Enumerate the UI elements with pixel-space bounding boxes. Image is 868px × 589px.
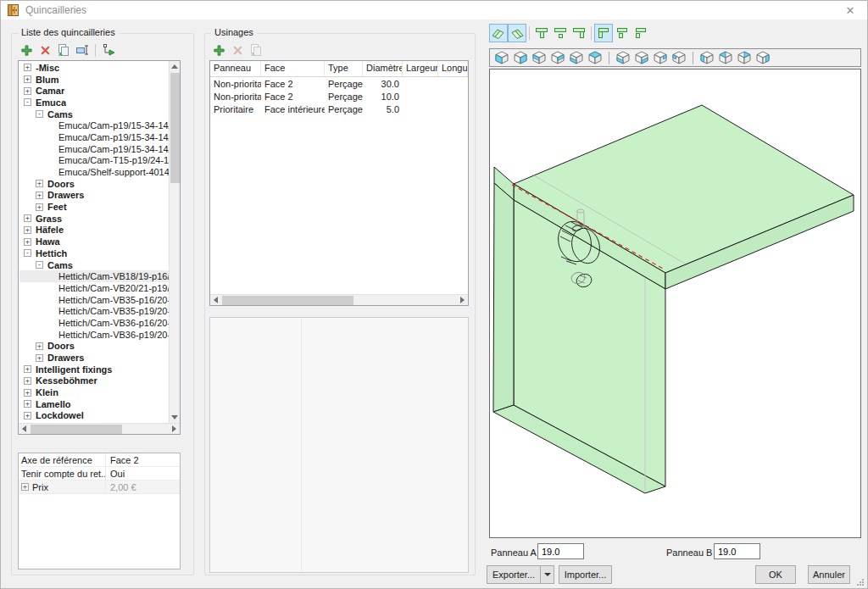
tree-item[interactable]: +Hawa	[19, 236, 169, 247]
expand-icon[interactable]: +	[24, 238, 31, 246]
add-button[interactable]	[19, 42, 34, 58]
ok-button[interactable]: OK	[755, 565, 796, 584]
expand-icon[interactable]: +	[21, 483, 29, 491]
table-hscroll-thumb[interactable]	[222, 296, 353, 305]
joint-corner-a-button[interactable]	[594, 24, 613, 42]
tree-item[interactable]: Hettich/Cam-VB36-p19/20-10/	[19, 329, 169, 341]
tree-item[interactable]: +Drawers	[19, 190, 169, 202]
tree-item[interactable]: +Kesseböhmer	[19, 375, 169, 387]
column-header[interactable]: Type	[325, 61, 363, 76]
expand-icon[interactable]: +	[24, 64, 31, 71]
tree-vscroll-thumb[interactable]	[170, 73, 180, 183]
panel-a-input[interactable]	[537, 543, 584, 559]
cube-corner-tr2-button[interactable]	[651, 50, 670, 66]
scroll-left-icon[interactable]	[214, 297, 218, 303]
collapse-icon[interactable]: -	[36, 110, 43, 118]
joint-tee-c-button[interactable]	[570, 24, 588, 42]
tree-item[interactable]: Emuca/Cam-p19/15-34-14/int	[19, 143, 169, 155]
joint-tee-a-button[interactable]	[532, 24, 551, 42]
property-value[interactable]: Face 2	[106, 455, 180, 465]
scroll-right-icon[interactable]	[172, 425, 176, 432]
expand-icon[interactable]: +	[36, 180, 43, 187]
collapse-icon[interactable]: -	[36, 261, 43, 269]
tree-hscroll-thumb[interactable]	[31, 425, 122, 434]
tree-item[interactable]: +-Misc	[19, 62, 169, 74]
export-dropdown-button[interactable]	[540, 565, 554, 584]
tree-vscrollbar[interactable]	[169, 61, 180, 423]
cube-corner-tl-button[interactable]	[530, 50, 548, 66]
expand-icon[interactable]: +	[24, 365, 31, 373]
joint-tee-b-button[interactable]	[551, 24, 570, 42]
tree-item[interactable]: +Camar	[19, 85, 169, 97]
joint-miter-b-button[interactable]	[508, 24, 526, 42]
column-header[interactable]: Face	[261, 61, 325, 76]
cube-corner-tl2-button[interactable]	[670, 50, 688, 66]
tree-item[interactable]: +Lockdowel	[19, 410, 169, 422]
tree-item[interactable]: Emuca/Cam-T15-p19/24-15/in	[19, 155, 169, 167]
tree-item[interactable]: +Klein	[19, 386, 169, 398]
scroll-left-icon[interactable]	[22, 425, 26, 432]
3d-viewport[interactable]	[489, 69, 861, 538]
hardware-tree[interactable]: +-Misc+Blum+Camar-Emuca-CamsEmuca/Cam-p1…	[18, 60, 181, 435]
rename-button[interactable]	[75, 42, 90, 58]
expand-icon[interactable]: +	[24, 389, 31, 397]
tree-item[interactable]: -Cams	[19, 259, 169, 271]
cube-tri-a-button[interactable]	[716, 50, 735, 66]
tree-item[interactable]: Hettich/Cam-VB18/19-p16/30-	[19, 270, 169, 282]
expand-icon[interactable]: +	[24, 87, 31, 95]
expand-icon[interactable]: +	[24, 226, 31, 234]
tree-item[interactable]: Hettich/Cam-VB20/21-p19/30-	[19, 282, 169, 294]
column-header[interactable]: Longue	[438, 61, 468, 76]
usinages-table[interactable]: PanneauFaceTypeDiamètreLargeurLongue Non…	[209, 60, 469, 306]
tree-item[interactable]: Emuca/Cam-p19/15-34-14/2x-	[19, 131, 169, 143]
expand-icon[interactable]: +	[36, 203, 43, 211]
tree-item[interactable]: +Lamello	[19, 398, 169, 410]
column-header[interactable]: Largeur	[403, 61, 438, 76]
tree-item[interactable]: Emuca/Shelf-support-4014620	[19, 166, 169, 178]
table-hscrollbar[interactable]	[210, 294, 468, 305]
expand-icon[interactable]: +	[36, 192, 43, 199]
delete-button[interactable]	[37, 42, 53, 58]
resize-grip[interactable]	[856, 578, 865, 586]
tree-item[interactable]: Hettich/Cam-VB35-p19/20-00/	[19, 305, 169, 317]
expand-icon[interactable]: +	[24, 400, 31, 408]
tree-hscrollbar[interactable]	[19, 423, 180, 434]
copy-button[interactable]	[248, 42, 264, 58]
tree-item[interactable]: +Grass	[19, 213, 169, 225]
expand-icon[interactable]: +	[24, 214, 31, 222]
tree-item[interactable]: -Hettich	[19, 247, 169, 259]
tree-item[interactable]: +Intelligent fixings	[19, 364, 169, 375]
table-row[interactable]: Non-prioritaireFace 2Perçage10.0	[210, 90, 468, 103]
tree-item[interactable]: +Doors	[19, 341, 169, 353]
tree-item[interactable]: -Cams	[19, 108, 169, 120]
delete-button[interactable]	[230, 42, 245, 58]
scroll-up-icon[interactable]	[171, 64, 178, 69]
tree-item[interactable]: +Häfele	[19, 225, 169, 236]
joint-corner-b-button[interactable]	[613, 24, 632, 42]
export-button[interactable]: Exporter...	[487, 565, 541, 584]
column-header[interactable]: Diamètre	[363, 61, 403, 76]
expand-icon[interactable]: +	[36, 342, 43, 350]
tree-item[interactable]: Hettich/Cam-VB35-p16/20-00/	[19, 294, 169, 306]
joint-miter-a-button[interactable]	[489, 24, 508, 42]
cube-tri-b-button[interactable]	[735, 50, 754, 66]
panel-b-input[interactable]	[714, 543, 760, 559]
expand-icon[interactable]: +	[24, 377, 31, 385]
scroll-down-icon[interactable]	[171, 415, 178, 420]
cube-corner-br-button[interactable]	[632, 50, 651, 66]
tree-item[interactable]: -Emuca	[19, 97, 169, 108]
cancel-button[interactable]: Annuler	[808, 565, 850, 584]
column-header[interactable]: Panneau	[210, 61, 261, 76]
collapse-icon[interactable]: -	[24, 98, 31, 106]
expand-icon[interactable]: +	[36, 354, 43, 362]
tree-item[interactable]: +Blum	[19, 74, 169, 86]
tree-item[interactable]: Emuca/Cam-p19/15-34-14/1x-	[19, 119, 169, 131]
table-row[interactable]: Non-prioritaireFace 2Perçage30.0	[210, 77, 468, 90]
add-button[interactable]	[211, 42, 226, 58]
tree-item[interactable]: +Doors	[19, 178, 169, 190]
cube-left-bottom-button[interactable]	[567, 50, 586, 66]
expand-icon[interactable]: +	[24, 412, 31, 420]
property-value[interactable]: 2,00 €	[106, 482, 180, 492]
cube-top-button[interactable]	[586, 50, 604, 66]
assign-button[interactable]	[101, 42, 116, 58]
